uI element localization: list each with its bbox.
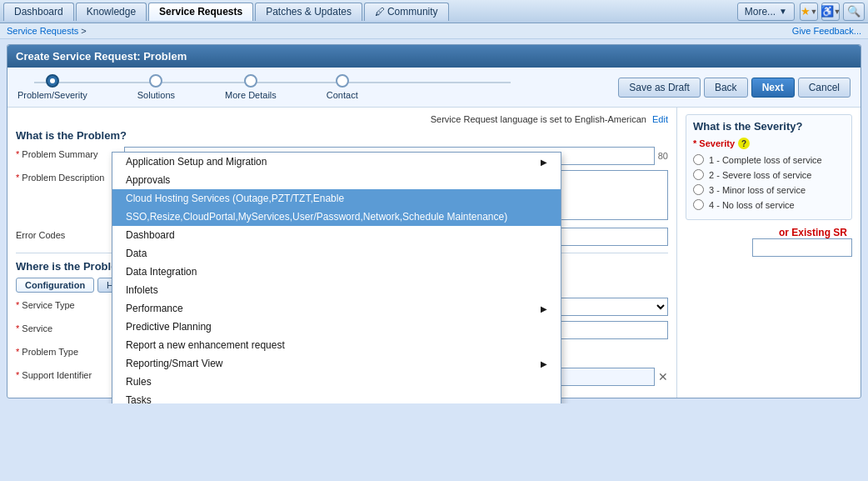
give-feedback-link[interactable]: Give Feedback... (792, 26, 861, 36)
accessibility-dropdown-icon: ▼ (834, 8, 841, 16)
service-type-label: * Service Type (16, 298, 124, 310)
dropdown-performance-arrow-icon: ▶ (541, 304, 547, 313)
error-codes-label: Error Codes (16, 230, 65, 240)
error-codes-label-wrap: Error Codes (16, 228, 124, 240)
dropdown-item-performance[interactable]: Performance ▶ (112, 299, 561, 318)
favorites-dropdown-icon: ▼ (811, 8, 818, 16)
tab-dashboard[interactable]: Dashboard (3, 3, 74, 21)
community-icon: 🖊 (375, 6, 385, 18)
main-area: Create Service Request: Problem Problem/… (0, 39, 868, 403)
star-icon: ★ (801, 5, 811, 18)
dropdown-item-predictive-planning[interactable]: Predictive Planning (112, 318, 561, 336)
tab-community[interactable]: 🖊 Community (364, 3, 449, 21)
cancel-button[interactable]: Cancel (798, 78, 851, 98)
dropdown-item-approvals[interactable]: Approvals (112, 171, 561, 189)
sr-language-edit-link[interactable]: Edit (652, 114, 668, 124)
dropdown-item-reporting-smart-view[interactable]: Reporting/Smart View ▶ (112, 354, 561, 373)
tab-knowledge-label: Knowledge (87, 6, 136, 18)
dropdown-item-cloud-hosting-1-label: Cloud Hosting Services (Outage,PZT/TZT,E… (126, 193, 344, 204)
search-button[interactable]: 🔍 (843, 3, 865, 21)
char-count: 80 (658, 151, 668, 161)
breadcrumb-bar: Service Requests > Give Feedback... (0, 23, 868, 39)
dropdown-reporting-arrow-icon: ▶ (541, 359, 547, 368)
dropdown-item-reporting-smart-view-label: Reporting/Smart View (126, 358, 223, 369)
severity-option-4: 4 - No loss of service (693, 199, 845, 210)
existing-sr-input[interactable] (752, 238, 852, 257)
severity-radio-2[interactable] (693, 169, 704, 180)
dropdown-arrow-icon: ▶ (541, 158, 547, 167)
step-solutions[interactable]: Solutions (137, 74, 175, 100)
step-label-2: Solutions (137, 90, 175, 100)
more-arrow-icon: ▼ (779, 7, 787, 16)
support-identifier-remove-button[interactable]: ✕ (658, 371, 668, 383)
favorites-button[interactable]: ★ ▼ (800, 3, 818, 21)
sr-language-text: Service Request language is set to Engli… (431, 114, 646, 124)
dropdown-item-dashboard[interactable]: Dashboard (112, 226, 561, 244)
severity-radio-4[interactable] (693, 199, 704, 210)
severity-option-2-label: 2 - Severe loss of service (709, 170, 812, 180)
severity-title: What is the Severity? (693, 120, 845, 133)
more-dropdown[interactable]: More... ▼ (737, 3, 795, 21)
existing-sr-label: or Existing SR (779, 227, 847, 238)
dropdown-item-report-enhancement-label: Report a new enhancement request (126, 339, 285, 351)
step-more-details[interactable]: More Details (225, 74, 277, 100)
dropdown-item-cloud-hosting-2-label: SSO,Resize,CloudPortal,MyServices,User/P… (126, 211, 507, 223)
top-nav: Dashboard Knowledge Service Requests Pat… (0, 0, 868, 23)
problem-summary-label: * Problem Summary (16, 147, 124, 159)
tab-patches[interactable]: Patches & Updates (255, 3, 362, 21)
form-panel-header: Create Service Request: Problem (7, 45, 861, 68)
tab-configuration[interactable]: Configuration (16, 278, 94, 293)
dropdown-item-approvals-label: Approvals (126, 174, 170, 186)
next-button[interactable]: Next (751, 78, 795, 98)
dropdown-item-cloud-hosting-2[interactable]: SSO,Resize,CloudPortal,MyServices,User/P… (112, 208, 561, 226)
step-label-1: Problem/Severity (17, 90, 87, 100)
existing-sr-area: or Existing SR (686, 227, 852, 257)
accessibility-icon: ♿ (821, 5, 834, 18)
tab-patches-label: Patches & Updates (266, 6, 352, 18)
dropdown-item-data-label: Data (126, 248, 147, 259)
dropdown-item-dashboard-label: Dashboard (126, 229, 175, 241)
back-button[interactable]: Back (704, 78, 748, 98)
dropdown-item-infolets-label: Infolets (126, 284, 158, 296)
breadcrumb-service-requests-link[interactable]: Service Requests (7, 26, 78, 36)
tab-service-requests[interactable]: Service Requests (148, 3, 253, 21)
steps-bar: Problem/Severity Solutions More Details … (7, 68, 861, 108)
severity-option-1: 1 - Complete loss of service (693, 154, 845, 165)
dropdown-item-report-enhancement[interactable]: Report a new enhancement request (112, 336, 561, 354)
dropdown-item-data-integration[interactable]: Data Integration (112, 263, 561, 281)
step-contact[interactable]: Contact (327, 74, 358, 100)
severity-radio-3[interactable] (693, 184, 704, 195)
severity-required-star: * Severity (693, 138, 735, 148)
severity-help-icon[interactable]: ? (738, 138, 750, 149)
dropdown-item-rules[interactable]: Rules (112, 373, 561, 391)
severity-radio-1[interactable] (693, 154, 704, 165)
problem-summary-label-text: Problem Summary (22, 149, 97, 159)
dropdown-item-tasks-label: Tasks (126, 394, 152, 403)
step-circle-4 (336, 74, 349, 88)
dropdown-item-data[interactable]: Data (112, 244, 561, 263)
dropdown-item-infolets[interactable]: Infolets (112, 281, 561, 299)
breadcrumb: Service Requests > (7, 26, 87, 36)
dropdown-item-tasks[interactable]: Tasks (112, 391, 561, 403)
tab-community-label: Community (387, 6, 438, 18)
step-circle-1 (46, 74, 59, 88)
step-circle-3 (244, 74, 257, 88)
dropdown-item-application-setup[interactable]: Application Setup and Migration ▶ (112, 153, 561, 171)
save-as-draft-button[interactable]: Save as Draft (618, 78, 701, 98)
accessibility-button[interactable]: ♿ ▼ (821, 3, 840, 21)
severity-option-2: 2 - Severe loss of service (693, 169, 845, 180)
dropdown-item-cloud-hosting-1[interactable]: Cloud Hosting Services (Outage,PZT/TZT,E… (112, 189, 561, 208)
step-circle-2 (149, 74, 162, 88)
step-label-3: More Details (225, 90, 277, 100)
tab-dashboard-label: Dashboard (14, 6, 63, 18)
form-panel-title: Create Service Request: Problem (16, 50, 187, 63)
problem-description-label-text: Problem Description (22, 173, 104, 183)
severity-option-3-label: 3 - Minor loss of service (709, 185, 806, 195)
step-problem-severity[interactable]: Problem/Severity (17, 74, 87, 100)
tab-knowledge[interactable]: Knowledge (76, 3, 147, 21)
support-identifier-label: * Support Identifier (16, 368, 124, 380)
breadcrumb-separator: > (81, 26, 86, 36)
severity-option-4-label: 4 - No loss of service (709, 200, 795, 210)
severity-label-row: * Severity ? (693, 138, 845, 149)
severity-section: What is the Severity? * Severity ? 1 - C… (686, 114, 852, 220)
